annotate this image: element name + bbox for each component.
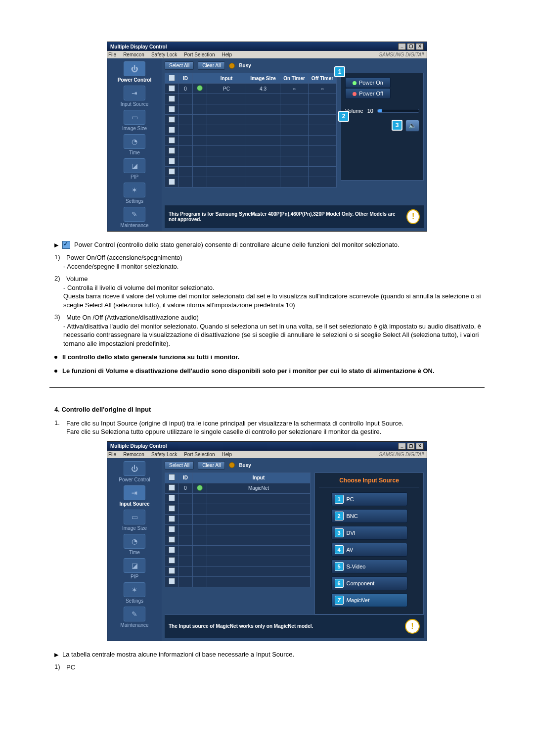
intro-text: Power Control (controllo dello stato gen… (74, 240, 400, 249)
row-checkbox[interactable] (169, 484, 175, 491)
toolbar: Select All Clear All Busy (165, 461, 424, 470)
busy-icon (229, 462, 235, 468)
sidebar-image-size[interactable]: ▭ Image Size (109, 510, 160, 531)
item-2-sub2: Questa barra riceve il valore del volume… (49, 292, 485, 309)
item-title: Mute On /Off (Attivazione/disattivazione… (66, 313, 199, 322)
sidebar-power-control[interactable]: ⏻ Power Control (109, 461, 160, 482)
menu-safety-lock[interactable]: Safety Lock (151, 52, 177, 57)
sidebar-maintenance[interactable]: ✎ Maintenance (109, 607, 160, 628)
table-row[interactable] (165, 156, 337, 167)
main-area: Select All Clear All Busy ID Input Image… (162, 58, 427, 231)
input-dvi-button[interactable]: 3 DVI (331, 526, 407, 540)
minimize-button[interactable]: _ (398, 443, 406, 450)
power-on-button[interactable]: Power On (345, 77, 391, 88)
input-bnc-button[interactable]: 2 BNC (331, 509, 407, 523)
table-row[interactable] (165, 524, 311, 535)
bullet-2: Le funzioni di Volume e disattivazione d… (49, 367, 485, 376)
input-component-button[interactable]: 6 Component (331, 576, 407, 590)
sidebar-maintenance[interactable]: ✎ Maintenance (109, 207, 160, 228)
sidebar-image-size[interactable]: ▭ Image Size (109, 110, 160, 131)
select-all-button[interactable]: Select All (165, 461, 194, 470)
sidebar-pip[interactable]: ◪ PIP (109, 158, 160, 180)
bullet-1: Il controllo dello stato generale funzio… (49, 353, 485, 362)
menu-file[interactable]: File (108, 52, 116, 57)
table-row[interactable] (165, 125, 337, 136)
cell-input: PC (207, 84, 246, 94)
power-icon: ⏻ (124, 461, 145, 476)
maximize-button[interactable]: ▢ (407, 443, 415, 450)
table-row[interactable] (165, 94, 337, 104)
input-magicnet-button[interactable]: 7 MagicNet (331, 593, 407, 607)
bullet-text: Le funzioni di Volume e disattivazione d… (62, 367, 435, 376)
table-row[interactable] (165, 535, 311, 545)
table-row[interactable] (165, 556, 311, 566)
busy-label: Busy (239, 63, 251, 68)
sidebar-settings[interactable]: ✶ Settings (109, 582, 160, 604)
menu-port-selection[interactable]: Port Selection (184, 452, 215, 457)
select-all-button[interactable]: Select All (165, 61, 194, 70)
input-svideo-button[interactable]: 5 S-Video (331, 560, 407, 573)
arrow-icon: ▶ (54, 650, 58, 659)
status-dot-icon (197, 85, 203, 91)
table-row[interactable] (165, 177, 337, 188)
table-row[interactable]: 0 MagicNet (165, 483, 311, 493)
table-row[interactable] (165, 514, 311, 524)
sidebar-label: Maintenance (109, 622, 160, 628)
table-row[interactable] (165, 146, 337, 156)
power-off-button[interactable]: Power Off (345, 88, 391, 99)
menu-file[interactable]: File (108, 452, 116, 457)
sidebar-pip[interactable]: ◪ PIP (109, 558, 160, 579)
table-row[interactable] (165, 493, 311, 504)
bullet-icon (54, 356, 57, 359)
sidebar-time[interactable]: ◔ Time (109, 534, 160, 555)
callout-num: 2 (335, 512, 344, 520)
table-row[interactable] (165, 545, 311, 556)
table-row[interactable] (165, 167, 337, 177)
volume-slider[interactable] (377, 109, 419, 113)
maximize-button[interactable]: ▢ (407, 43, 415, 50)
cell-input: MagicNet (207, 483, 311, 493)
row-checkbox[interactable] (169, 85, 175, 92)
table-row[interactable] (165, 115, 337, 125)
menu-help[interactable]: Help (222, 52, 232, 57)
table-row[interactable] (165, 504, 311, 514)
sidebar-input-source[interactable]: ⇥ Input Source (109, 485, 160, 507)
table-row[interactable] (165, 136, 337, 146)
menu-safety-lock[interactable]: Safety Lock (151, 452, 177, 457)
sidebar-power-control[interactable]: ⏻ Power Control (109, 61, 160, 83)
table-row[interactable] (165, 576, 311, 587)
sidebar-settings[interactable]: ✶ Settings (109, 183, 160, 204)
input-pc-button[interactable]: 1 PC (331, 492, 407, 506)
table-row[interactable] (165, 104, 337, 115)
menu-remocon[interactable]: Remocon (123, 52, 144, 57)
settings-icon: ✶ (124, 582, 145, 597)
input-av-button[interactable]: 4 AV (331, 543, 407, 557)
btn-label: Component (347, 580, 375, 586)
col-checkbox[interactable] (165, 472, 178, 483)
clear-all-button[interactable]: Clear All (198, 461, 225, 470)
col-checkbox[interactable] (165, 73, 178, 84)
maintenance-icon: ✎ (124, 207, 145, 222)
close-button[interactable]: X (416, 43, 424, 50)
power-control-window: Multiple Display Control _ ▢ X File Remo… (107, 42, 427, 232)
item-number: 1) (54, 663, 63, 672)
table-row[interactable] (165, 566, 311, 576)
menu-remocon[interactable]: Remocon (123, 452, 144, 457)
menu-port-selection[interactable]: Port Selection (184, 52, 215, 57)
window-titlebar: Multiple Display Control _ ▢ X (107, 442, 427, 451)
minimize-button[interactable]: _ (398, 43, 406, 50)
cell-id: 0 (178, 84, 193, 94)
sidebar-time[interactable]: ◔ Time (109, 134, 160, 155)
close-button[interactable]: X (416, 443, 424, 450)
step1-text-b: Fare clic su Seleziona tutto oppure util… (66, 427, 403, 436)
menubar: File Remocon Safety Lock Port Selection … (107, 51, 427, 58)
sidebar-input-source[interactable]: ⇥ Input Source (109, 86, 160, 107)
mute-button[interactable]: 🔈 (405, 120, 419, 132)
clear-all-button[interactable]: Clear All (198, 61, 225, 70)
cell-off: ○ (309, 84, 337, 94)
menu-help[interactable]: Help (222, 452, 232, 457)
item-1-sub: - Accende/spegne il monitor selezionato. (49, 262, 485, 271)
table-row[interactable]: 0 PC 4:3 ○ ○ (165, 84, 337, 94)
window-buttons: _ ▢ X (398, 43, 424, 50)
menubar: File Remocon Safety Lock Port Selection … (107, 451, 427, 458)
